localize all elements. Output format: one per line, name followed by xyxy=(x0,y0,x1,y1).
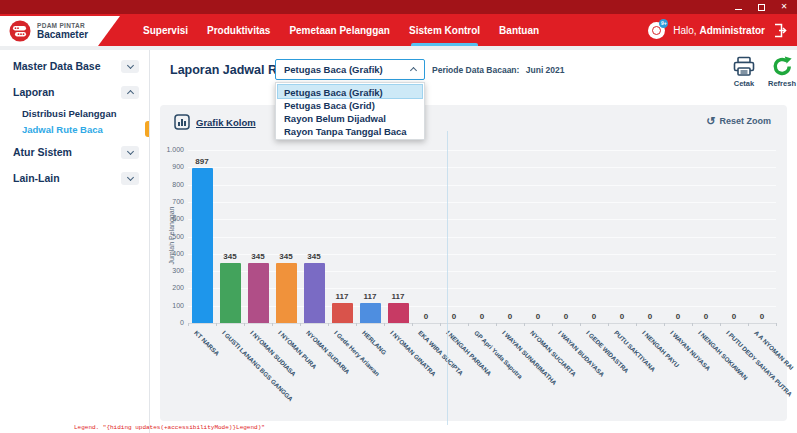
option-petugas-baca-grafik[interactable]: Petugas Baca (Grafik) xyxy=(278,85,422,98)
logout-icon[interactable] xyxy=(773,23,787,38)
x-category-label: I WAYAN BUDAYASA xyxy=(557,329,606,378)
option-petugas-baca-grid[interactable]: Petugas Baca (Grid) xyxy=(278,98,422,111)
option-rayon-belum-dijadwal[interactable]: Rayon Belum Dijadwal xyxy=(278,111,422,124)
chevron-down-icon xyxy=(121,172,139,185)
axis-tick xyxy=(188,323,189,326)
window-titlebar: ✕ xyxy=(0,0,797,14)
nav-item-supervisi[interactable]: Supervisi xyxy=(143,14,188,46)
grafik-kolom-link[interactable]: Grafik Kolom xyxy=(174,114,256,130)
axis-tick xyxy=(412,323,413,326)
y-tick-label: 100 xyxy=(160,302,184,309)
y-tick-label: 700 xyxy=(160,198,184,205)
axis-tick xyxy=(300,323,301,326)
refresh-button[interactable]: Refresh xyxy=(762,56,797,88)
reset-zoom-label: Reset Zoom xyxy=(719,116,771,126)
reset-zoom-icon: ↺ xyxy=(706,117,715,126)
y-tick-label: 900 xyxy=(160,163,184,170)
bar-value-label: 0 xyxy=(524,312,552,321)
bar-value-label: 345 xyxy=(272,252,300,261)
chevron-down-icon xyxy=(121,60,139,73)
brand-line-bottom: Bacameter xyxy=(37,29,88,40)
bar-value-label: 0 xyxy=(580,312,608,321)
bar-i-nyoman-ginatra[interactable] xyxy=(388,303,409,323)
bar-value-label: 117 xyxy=(328,292,356,301)
sidebar-subitem-label: Jadwal Rute Baca xyxy=(22,124,103,135)
y-tick-label: 1.000 xyxy=(160,146,184,153)
avatar[interactable]: 9+ xyxy=(648,22,665,39)
greeting-prefix: Halo, xyxy=(673,25,696,36)
sidebar-item-jadwal-rute-baca[interactable]: Jadwal Rute Baca xyxy=(0,122,149,136)
nav-item-pemetaan-pelanggan[interactable]: Pemetaan Pelanggan xyxy=(289,14,390,46)
y-tick-label: 400 xyxy=(160,250,184,257)
x-category-label: NYOMAN SUCIARTA xyxy=(529,329,578,378)
axis-tick xyxy=(328,323,329,326)
refresh-label: Refresh xyxy=(768,79,796,88)
print-button[interactable]: Cetak xyxy=(724,56,764,88)
bar-i-nyoman-sudiasa[interactable] xyxy=(248,263,269,323)
user-greeting: Halo, Administrator xyxy=(673,25,765,36)
nav-item-sistem-kontrol[interactable]: Sistem Kontrol xyxy=(409,14,480,46)
y-tick-label: 500 xyxy=(160,233,184,240)
y-tick-label: 0 xyxy=(160,319,184,326)
sidebar-item-lain-lain[interactable]: Lain-Lain xyxy=(0,168,149,188)
bar-i-gede-hery-ariawan[interactable] xyxy=(332,303,353,323)
sidebar-item-atur-sistem[interactable]: Atur Sistem xyxy=(0,142,149,162)
y-tick-label: 200 xyxy=(160,284,184,291)
x-category-label: I WAYAN SUNARIMATHA xyxy=(501,329,558,386)
bar-i-gusti-lanang-bgs-gangga[interactable] xyxy=(220,263,241,323)
chevron-up-icon xyxy=(121,86,139,99)
axis-tick xyxy=(440,323,441,326)
axis-tick xyxy=(384,323,385,326)
gridline xyxy=(188,202,776,203)
minimize-button[interactable] xyxy=(733,2,743,12)
bar-value-label: 117 xyxy=(384,292,412,301)
bar-value-label: 345 xyxy=(244,252,272,261)
axis-tick xyxy=(692,323,693,326)
print-label: Cetak xyxy=(734,79,754,88)
close-button[interactable]: ✕ xyxy=(779,2,789,12)
y-tick-label: 300 xyxy=(160,267,184,274)
axis-tick xyxy=(552,323,553,326)
bar-value-label: 0 xyxy=(412,312,440,321)
user-cluster: 9+ Halo, Administrator xyxy=(648,14,787,46)
user-name: Administrator xyxy=(699,25,765,36)
sidebar-item-distribusi-pelanggan[interactable]: Distribusi Pelanggan xyxy=(0,106,149,120)
pdam-logo-icon xyxy=(9,20,31,42)
bar-value-label: 0 xyxy=(720,312,748,321)
bar-value-label: 345 xyxy=(216,252,244,261)
axis-tick xyxy=(636,323,637,326)
bar-kt-narsa[interactable] xyxy=(192,168,213,323)
periode-text: Periode Data Bacaan: Juni 2021 xyxy=(432,65,565,75)
bar-value-label: 0 xyxy=(664,312,692,321)
y-tick-label: 600 xyxy=(160,215,184,222)
dropdown-artifact-line xyxy=(447,131,448,425)
sidebar-item-label: Master Data Base xyxy=(13,60,101,72)
bar-herlang[interactable] xyxy=(360,303,381,323)
bar-nyoman-sudaria[interactable] xyxy=(304,263,325,323)
report-type-select[interactable]: Petugas Baca (Grafik) xyxy=(275,59,425,80)
gridline xyxy=(188,185,776,186)
sidebar-item-master-data-base[interactable]: Master Data Base xyxy=(0,56,149,76)
sidebar-subitem-label: Distribusi Pelanggan xyxy=(22,108,117,119)
chart-plot-area[interactable]: 897KT NARSA345I GUSTI LANANG BGS GANGGA3… xyxy=(188,150,776,323)
sidebar-item-label: Laporan xyxy=(13,86,54,98)
minimize-icon xyxy=(735,9,742,10)
x-category-label: I NENGAH SOKIAWAN xyxy=(697,329,749,381)
nav-item-bantuan[interactable]: Bantuan xyxy=(499,14,539,46)
sidebar-item-laporan[interactable]: Laporan xyxy=(0,82,149,102)
option-rayon-tanpa-tanggal-baca[interactable]: Rayon Tanpa Tanggal Baca xyxy=(278,124,422,137)
reset-zoom-button[interactable]: ↺ Reset Zoom xyxy=(706,116,771,126)
axis-tick xyxy=(468,323,469,326)
axis-tick xyxy=(720,323,721,326)
bar-value-label: 0 xyxy=(608,312,636,321)
bar-value-label: 0 xyxy=(636,312,664,321)
bar-i-nyoman-pura[interactable] xyxy=(276,263,297,323)
axis-tick xyxy=(244,323,245,326)
window-controls: ✕ xyxy=(733,2,789,12)
sidebar-subgroup: Distribusi PelangganJadwal Rute Baca xyxy=(0,106,149,136)
report-type-value: Petugas Baca (Grafik) xyxy=(284,64,383,75)
brand-text: PDAM PINTAR Bacameter xyxy=(37,22,88,40)
maximize-button[interactable] xyxy=(756,2,766,12)
bar-value-label: 0 xyxy=(440,312,468,321)
nav-item-produktivitas[interactable]: Produktivitas xyxy=(207,14,270,46)
